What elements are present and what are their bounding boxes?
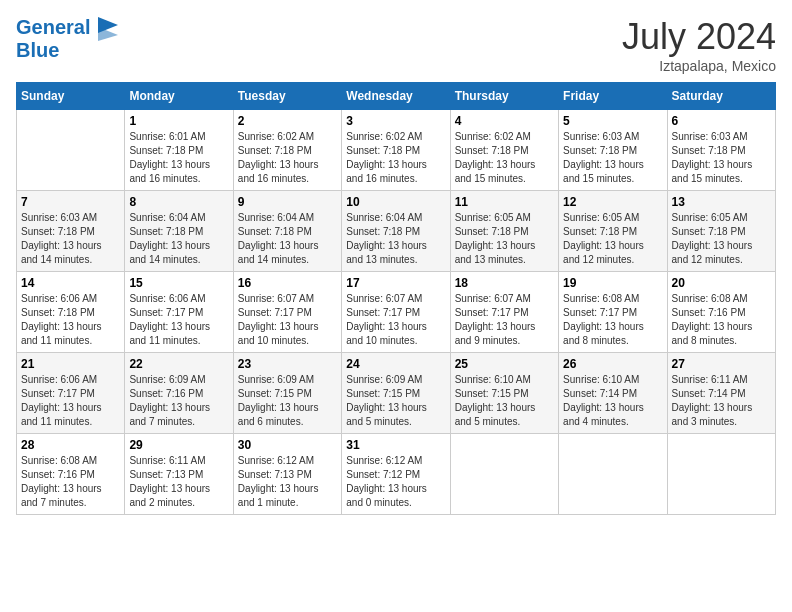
day-number: 1 [129,114,228,128]
calendar-cell: 13Sunrise: 6:05 AM Sunset: 7:18 PM Dayli… [667,191,775,272]
day-info: Sunrise: 6:10 AM Sunset: 7:14 PM Dayligh… [563,373,662,429]
calendar-cell: 14Sunrise: 6:06 AM Sunset: 7:18 PM Dayli… [17,272,125,353]
day-info: Sunrise: 6:05 AM Sunset: 7:18 PM Dayligh… [672,211,771,267]
logo: General Blue [16,16,118,61]
day-info: Sunrise: 6:07 AM Sunset: 7:17 PM Dayligh… [346,292,445,348]
day-info: Sunrise: 6:04 AM Sunset: 7:18 PM Dayligh… [238,211,337,267]
day-number: 16 [238,276,337,290]
day-info: Sunrise: 6:02 AM Sunset: 7:18 PM Dayligh… [238,130,337,186]
logo-text: General [16,16,118,41]
calendar-cell [559,434,667,515]
day-info: Sunrise: 6:03 AM Sunset: 7:18 PM Dayligh… [563,130,662,186]
day-info: Sunrise: 6:11 AM Sunset: 7:13 PM Dayligh… [129,454,228,510]
day-info: Sunrise: 6:02 AM Sunset: 7:18 PM Dayligh… [455,130,554,186]
day-number: 10 [346,195,445,209]
calendar-cell: 7Sunrise: 6:03 AM Sunset: 7:18 PM Daylig… [17,191,125,272]
weekday-header-friday: Friday [559,83,667,110]
weekday-header-monday: Monday [125,83,233,110]
day-number: 15 [129,276,228,290]
day-number: 30 [238,438,337,452]
calendar-cell: 11Sunrise: 6:05 AM Sunset: 7:18 PM Dayli… [450,191,558,272]
day-number: 17 [346,276,445,290]
calendar-cell: 1Sunrise: 6:01 AM Sunset: 7:18 PM Daylig… [125,110,233,191]
day-number: 11 [455,195,554,209]
calendar-cell: 23Sunrise: 6:09 AM Sunset: 7:15 PM Dayli… [233,353,341,434]
day-number: 2 [238,114,337,128]
day-number: 25 [455,357,554,371]
day-info: Sunrise: 6:09 AM Sunset: 7:15 PM Dayligh… [238,373,337,429]
calendar-cell: 28Sunrise: 6:08 AM Sunset: 7:16 PM Dayli… [17,434,125,515]
day-number: 9 [238,195,337,209]
day-info: Sunrise: 6:03 AM Sunset: 7:18 PM Dayligh… [672,130,771,186]
location: Iztapalapa, Mexico [622,58,776,74]
day-info: Sunrise: 6:08 AM Sunset: 7:16 PM Dayligh… [21,454,120,510]
calendar-cell: 30Sunrise: 6:12 AM Sunset: 7:13 PM Dayli… [233,434,341,515]
day-info: Sunrise: 6:06 AM Sunset: 7:18 PM Dayligh… [21,292,120,348]
day-number: 26 [563,357,662,371]
day-number: 6 [672,114,771,128]
day-info: Sunrise: 6:04 AM Sunset: 7:18 PM Dayligh… [346,211,445,267]
day-info: Sunrise: 6:05 AM Sunset: 7:18 PM Dayligh… [455,211,554,267]
calendar-cell: 21Sunrise: 6:06 AM Sunset: 7:17 PM Dayli… [17,353,125,434]
weekday-header-sunday: Sunday [17,83,125,110]
page-header: General Blue July 2024 Iztapalapa, Mexic… [16,16,776,74]
calendar-cell: 25Sunrise: 6:10 AM Sunset: 7:15 PM Dayli… [450,353,558,434]
day-number: 14 [21,276,120,290]
calendar-cell: 5Sunrise: 6:03 AM Sunset: 7:18 PM Daylig… [559,110,667,191]
day-info: Sunrise: 6:08 AM Sunset: 7:17 PM Dayligh… [563,292,662,348]
calendar-week-row: 7Sunrise: 6:03 AM Sunset: 7:18 PM Daylig… [17,191,776,272]
day-number: 24 [346,357,445,371]
day-number: 21 [21,357,120,371]
calendar-cell: 31Sunrise: 6:12 AM Sunset: 7:12 PM Dayli… [342,434,450,515]
calendar-cell: 10Sunrise: 6:04 AM Sunset: 7:18 PM Dayli… [342,191,450,272]
calendar-cell: 16Sunrise: 6:07 AM Sunset: 7:17 PM Dayli… [233,272,341,353]
calendar-cell: 17Sunrise: 6:07 AM Sunset: 7:17 PM Dayli… [342,272,450,353]
svg-marker-1 [98,27,118,41]
logo-text-blue: Blue [16,39,118,61]
weekday-header-wednesday: Wednesday [342,83,450,110]
calendar-cell [450,434,558,515]
day-number: 20 [672,276,771,290]
day-info: Sunrise: 6:05 AM Sunset: 7:18 PM Dayligh… [563,211,662,267]
calendar-cell: 4Sunrise: 6:02 AM Sunset: 7:18 PM Daylig… [450,110,558,191]
month-title: July 2024 [622,16,776,58]
day-info: Sunrise: 6:11 AM Sunset: 7:14 PM Dayligh… [672,373,771,429]
day-number: 28 [21,438,120,452]
calendar-cell: 18Sunrise: 6:07 AM Sunset: 7:17 PM Dayli… [450,272,558,353]
weekday-header-tuesday: Tuesday [233,83,341,110]
calendar-week-row: 14Sunrise: 6:06 AM Sunset: 7:18 PM Dayli… [17,272,776,353]
weekday-header-row: SundayMondayTuesdayWednesdayThursdayFrid… [17,83,776,110]
calendar-week-row: 21Sunrise: 6:06 AM Sunset: 7:17 PM Dayli… [17,353,776,434]
day-number: 5 [563,114,662,128]
day-info: Sunrise: 6:09 AM Sunset: 7:15 PM Dayligh… [346,373,445,429]
calendar-cell: 9Sunrise: 6:04 AM Sunset: 7:18 PM Daylig… [233,191,341,272]
day-number: 19 [563,276,662,290]
calendar-cell [667,434,775,515]
calendar-cell: 26Sunrise: 6:10 AM Sunset: 7:14 PM Dayli… [559,353,667,434]
calendar-cell: 6Sunrise: 6:03 AM Sunset: 7:18 PM Daylig… [667,110,775,191]
day-info: Sunrise: 6:03 AM Sunset: 7:18 PM Dayligh… [21,211,120,267]
day-info: Sunrise: 6:07 AM Sunset: 7:17 PM Dayligh… [238,292,337,348]
calendar-week-row: 28Sunrise: 6:08 AM Sunset: 7:16 PM Dayli… [17,434,776,515]
calendar-cell: 12Sunrise: 6:05 AM Sunset: 7:18 PM Dayli… [559,191,667,272]
calendar-cell: 20Sunrise: 6:08 AM Sunset: 7:16 PM Dayli… [667,272,775,353]
calendar-cell: 27Sunrise: 6:11 AM Sunset: 7:14 PM Dayli… [667,353,775,434]
day-info: Sunrise: 6:12 AM Sunset: 7:12 PM Dayligh… [346,454,445,510]
title-block: July 2024 Iztapalapa, Mexico [622,16,776,74]
weekday-header-saturday: Saturday [667,83,775,110]
day-number: 29 [129,438,228,452]
day-number: 12 [563,195,662,209]
day-number: 7 [21,195,120,209]
calendar-cell: 24Sunrise: 6:09 AM Sunset: 7:15 PM Dayli… [342,353,450,434]
weekday-header-thursday: Thursday [450,83,558,110]
day-number: 13 [672,195,771,209]
calendar-cell: 29Sunrise: 6:11 AM Sunset: 7:13 PM Dayli… [125,434,233,515]
day-info: Sunrise: 6:09 AM Sunset: 7:16 PM Dayligh… [129,373,228,429]
day-info: Sunrise: 6:02 AM Sunset: 7:18 PM Dayligh… [346,130,445,186]
day-info: Sunrise: 6:07 AM Sunset: 7:17 PM Dayligh… [455,292,554,348]
day-info: Sunrise: 6:10 AM Sunset: 7:15 PM Dayligh… [455,373,554,429]
calendar-week-row: 1Sunrise: 6:01 AM Sunset: 7:18 PM Daylig… [17,110,776,191]
day-number: 8 [129,195,228,209]
day-info: Sunrise: 6:08 AM Sunset: 7:16 PM Dayligh… [672,292,771,348]
calendar-cell [17,110,125,191]
